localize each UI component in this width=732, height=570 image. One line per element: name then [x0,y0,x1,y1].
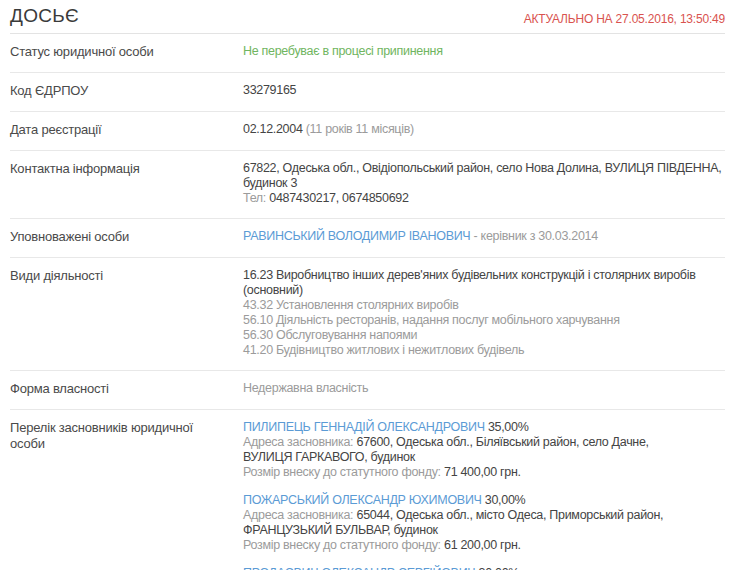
contact-phone-line: Тел: 0487430217, 0674850692 [243,191,725,206]
field-label-founders: Перелік засновників юридичної особи [10,420,243,570]
row-reg-date: Дата реєстрації 02.12.2004 (11 років 11 … [10,112,725,151]
founder-name-link[interactable]: ПИЛИПЕЦЬ ГЕННАДІЙ ОЛЕКСАНДРОВИЧ [243,420,485,434]
activity-secondary: 43.32 Установлення столярних виробів [243,298,725,313]
founder-contribution: 71 400,00 грн. [444,465,521,479]
founder-contribution-label: Розмір внеску до статутного фонду: [243,538,441,552]
dossier-page: ДОСЬЄ АКТУАЛЬНО НА 27.05.2016, 13:50:49 … [0,0,732,570]
founder-address-label: Адреса засновника: [243,508,353,522]
status-value: Не перебуває в процесі припинення [243,44,443,58]
founder-share: 30,00% [485,493,526,507]
activity-secondary: 56.10 Діяльність ресторанів, надання пос… [243,313,725,328]
field-label-contact: Контактна інформація [10,161,243,206]
founder-name-link[interactable]: ПОЖАРСЬКИЙ ОЛЕКСАНДР ЮХИМОВИЧ [243,493,482,507]
founder-address-label: Адреса засновника: [243,435,353,449]
founder-share: 35,00% [488,420,529,434]
field-label-status: Статус юридичної особи [10,44,243,60]
page-header: ДОСЬЄ АКТУАЛЬНО НА 27.05.2016, 13:50:49 [10,0,725,26]
founder-title-line: ПРОДАЄВИЧ ОЛЕКСАНДР СЕРГІЙОВИЧ 30,00% [243,566,675,570]
founder-address-line: Адреса засновника: 65044, Одеська обл., … [243,508,675,538]
founder-contribution-line: Розмір внеску до статутного фонду: 71 40… [243,465,675,480]
edrpou-value: 33279165 [243,83,296,97]
row-ownership: Форма власності Недержавна власність [10,371,725,410]
authorized-role: - керівник з 30.03.2014 [474,229,598,243]
actuality-timestamp: АКТУАЛЬНО НА 27.05.2016, 13:50:49 [524,12,725,26]
row-edrpou: Код ЄДРПОУ 33279165 [10,73,725,112]
activity-primary: 16.23 Виробництво інших дерев'яних будів… [243,268,725,298]
page-title: ДОСЬЄ [10,6,79,26]
authorized-person-link[interactable]: РАВИНСЬКИЙ ВОЛОДИМИР ІВАНОВИЧ [243,229,470,243]
row-contact: Контактна інформація 67822, Одеська обл.… [10,151,725,219]
ownership-value: Недержавна власність [243,381,368,395]
founder-block: ПРОДАЄВИЧ ОЛЕКСАНДР СЕРГІЙОВИЧ 30,00% Ад… [243,566,675,570]
founder-name-link[interactable]: ПРОДАЄВИЧ ОЛЕКСАНДР СЕРГІЙОВИЧ [243,566,475,570]
field-label-ownership: Форма власності [10,381,243,397]
field-label-authorized: Уповноважені особи [10,229,243,245]
row-founders: Перелік засновників юридичної особи ПИЛИ… [10,410,725,570]
row-authorized: Уповноважені особи РАВИНСЬКИЙ ВОЛОДИМИР … [10,219,725,258]
founder-contribution-label: Розмір внеску до статутного фонду: [243,465,441,479]
reg-date-value: 02.12.2004 [243,122,303,136]
contact-address: 67822, Одеська обл., Овідіопольський рай… [243,161,725,191]
activity-secondary: 41.20 Будівництво житлових і нежитлових … [243,343,725,358]
field-label-activities: Види діяльності [10,268,243,358]
founder-contribution: 61 200,00 грн. [444,538,521,552]
field-label-reg-date: Дата реєстрації [10,122,243,138]
row-activities: Види діяльності 16.23 Виробництво інших … [10,258,725,371]
founder-contribution-line: Розмір внеску до статутного фонду: 61 20… [243,538,675,553]
phone-numbers: 0487430217, 0674850692 [269,191,408,205]
founder-title-line: ПОЖАРСЬКИЙ ОЛЕКСАНДР ЮХИМОВИЧ 30,00% [243,493,675,508]
founder-share: 30,00% [479,566,520,570]
reg-age-note: (11 років 11 місяців) [306,122,414,136]
founder-block: ПИЛИПЕЦЬ ГЕННАДІЙ ОЛЕКСАНДРОВИЧ 35,00% А… [243,420,675,480]
row-status: Статус юридичної особи Не перебуває в пр… [10,34,725,73]
founder-title-line: ПИЛИПЕЦЬ ГЕННАДІЙ ОЛЕКСАНДРОВИЧ 35,00% [243,420,675,435]
phone-label: Тел: [243,191,266,205]
activity-secondary: 56.30 Обслуговування напоями [243,328,725,343]
founder-block: ПОЖАРСЬКИЙ ОЛЕКСАНДР ЮХИМОВИЧ 30,00% Адр… [243,493,675,553]
field-label-edrpou: Код ЄДРПОУ [10,83,243,99]
founder-address-line: Адреса засновника: 67600, Одеська обл., … [243,435,675,465]
